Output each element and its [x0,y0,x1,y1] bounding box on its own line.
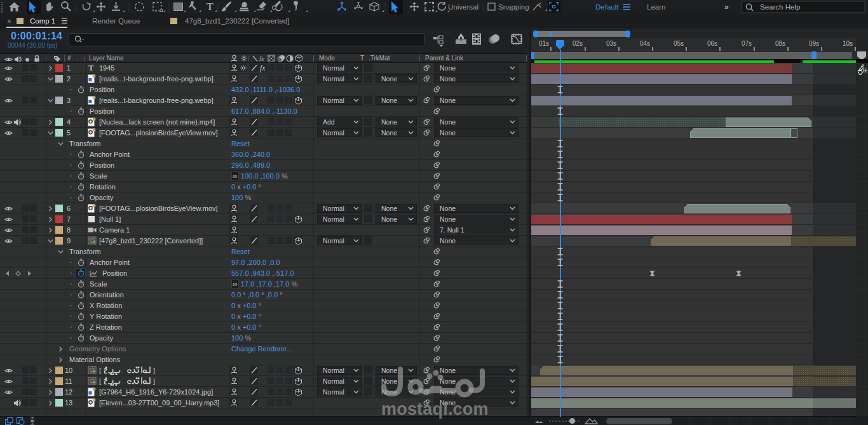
svg-text:Default: Default [595,3,619,11]
svg-text:Learn: Learn [647,3,665,11]
svg-text:Search Help: Search Help [760,3,800,11]
svg-text:Universal: Universal [448,3,478,11]
svg-text:T: T [207,1,214,12]
svg-text:»: » [724,3,729,11]
svg-text:Snapping: Snapping [498,3,529,11]
